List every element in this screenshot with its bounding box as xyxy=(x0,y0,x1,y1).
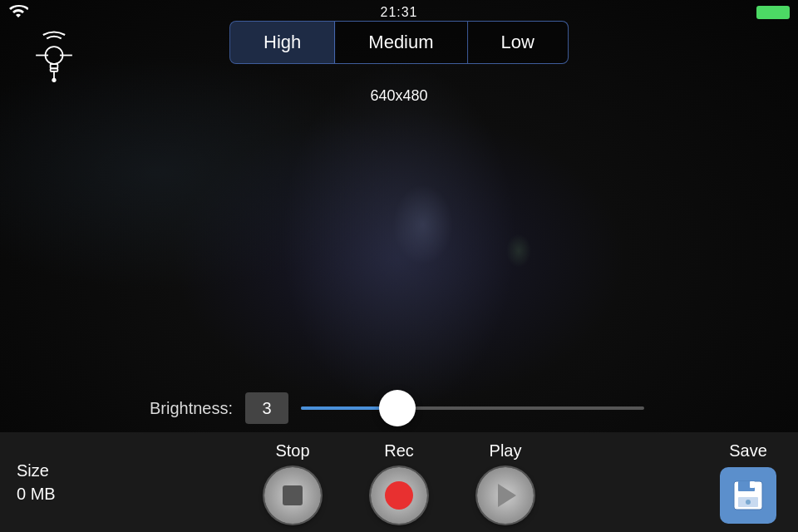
size-label: Size xyxy=(17,461,49,480)
wifi-icon xyxy=(8,1,28,24)
resolution-label: 640x480 xyxy=(370,87,427,105)
size-section: Size 0 MB xyxy=(17,461,83,504)
stop-label: Stop xyxy=(275,441,309,461)
battery-indicator xyxy=(756,6,790,19)
size-value: 0 MB xyxy=(17,485,56,504)
flashlight-icon xyxy=(29,29,79,87)
floppy-icon xyxy=(732,479,765,512)
record-icon xyxy=(385,481,413,510)
brightness-control: Brightness: 3 xyxy=(0,392,798,424)
save-section: Save xyxy=(715,441,781,524)
play-group: Play xyxy=(477,441,534,524)
brightness-label: Brightness: xyxy=(150,399,233,418)
quality-high-button[interactable]: High xyxy=(230,22,335,63)
stop-group: Stop xyxy=(264,441,321,524)
brightness-slider[interactable] xyxy=(301,406,644,410)
svg-rect-11 xyxy=(750,481,755,488)
bottom-controls: Size 0 MB Stop Rec Play Save xyxy=(0,432,798,532)
play-button[interactable] xyxy=(477,467,534,524)
rec-label: Rec xyxy=(384,441,414,461)
quality-selector: High Medium Low xyxy=(229,21,569,64)
svg-point-10 xyxy=(746,500,751,505)
svg-rect-4 xyxy=(51,68,58,71)
brightness-thumb[interactable] xyxy=(379,390,416,426)
quality-medium-button[interactable]: Medium xyxy=(335,22,467,63)
save-button[interactable] xyxy=(720,467,776,524)
stop-icon xyxy=(283,485,303,505)
camera-view xyxy=(0,0,798,432)
quality-low-button[interactable]: Low xyxy=(468,22,568,63)
brightness-value: 3 xyxy=(245,392,288,424)
stop-button[interactable] xyxy=(264,467,321,524)
save-label: Save xyxy=(729,441,767,461)
play-icon xyxy=(498,484,516,507)
rec-group: Rec xyxy=(371,441,427,524)
play-label: Play xyxy=(490,441,522,461)
playback-controls: Stop Rec Play xyxy=(83,441,715,524)
record-button[interactable] xyxy=(371,467,427,524)
flashlight-control[interactable] xyxy=(29,29,79,87)
time-display: 21:31 xyxy=(380,5,417,20)
svg-point-6 xyxy=(52,78,56,82)
